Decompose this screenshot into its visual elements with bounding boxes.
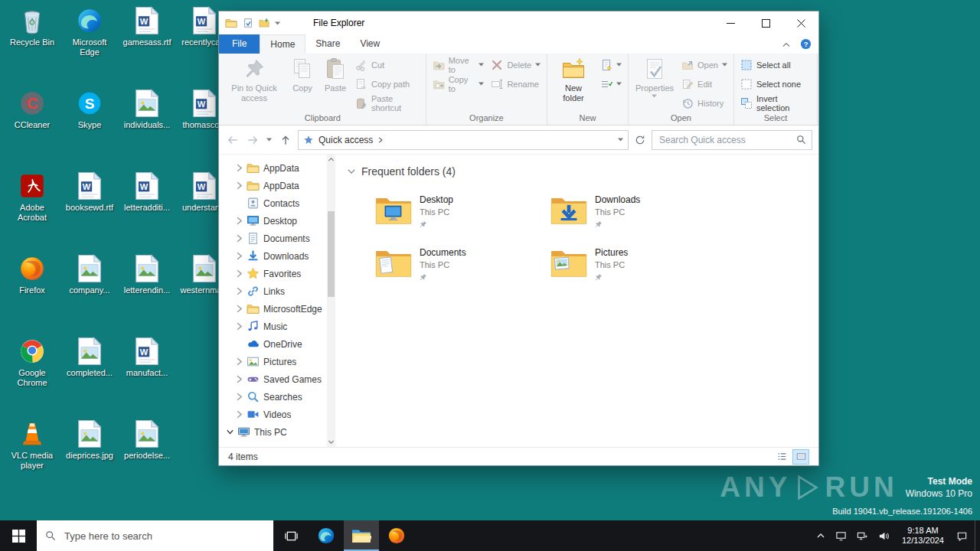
- back-button[interactable]: [225, 132, 240, 148]
- desktop-icon-letteradditi[interactable]: Wletteradditi...: [119, 171, 175, 213]
- qat-customize-button[interactable]: [275, 21, 280, 25]
- show-desktop-button[interactable]: [975, 520, 980, 551]
- chevron-right-icon[interactable]: [236, 305, 243, 313]
- sidebar-item-music[interactable]: Music: [219, 318, 327, 335]
- copy-to-button[interactable]: Copy to: [430, 76, 488, 92]
- desktop-icon-google-chrome[interactable]: Google Chrome: [5, 337, 60, 388]
- taskbar-edge-button[interactable]: [309, 520, 344, 551]
- sidebar-item-appdata[interactable]: AppData: [219, 159, 327, 177]
- chevron-right-icon[interactable]: [236, 357, 243, 366]
- scroll-down-icon[interactable]: [328, 439, 335, 445]
- desktop-icon-gamesass-rtf[interactable]: Wgamesass.rtf: [119, 6, 175, 47]
- sidebar-item-saved-games[interactable]: Saved Games: [219, 370, 327, 388]
- desktop-icon-adobe-acrobat[interactable]: Adobe Acrobat: [5, 171, 60, 223]
- chevron-right-icon[interactable]: [236, 181, 243, 190]
- chevron-right-icon[interactable]: [236, 252, 243, 260]
- sidebar-item-links[interactable]: Links: [219, 282, 327, 300]
- qat-new-folder-button[interactable]: [259, 18, 270, 28]
- paste-button[interactable]: Paste: [319, 54, 351, 95]
- taskbar-file-explorer-button[interactable]: [344, 520, 379, 551]
- sidebar-item-pictures[interactable]: Pictures: [219, 353, 327, 370]
- desktop-icon-microsoft-edge[interactable]: Microsoft Edge: [62, 6, 117, 57]
- chevron-right-icon[interactable]: [236, 322, 243, 331]
- folder-tile-downloads[interactable]: DownloadsThis PC: [547, 191, 723, 242]
- desktop-icon-periodelse[interactable]: periodelse...: [119, 419, 175, 461]
- chevron-right-icon[interactable]: [236, 164, 243, 172]
- volume-tray-icon[interactable]: [878, 530, 890, 542]
- folder-tile-pictures[interactable]: PicturesThis PC: [547, 244, 723, 295]
- desktop-icon-vlc-media-player[interactable]: VLC media player: [5, 419, 60, 471]
- display-tray-icon[interactable]: [835, 530, 847, 542]
- sidebar-item-searches[interactable]: Searches: [219, 388, 327, 406]
- task-view-button[interactable]: [273, 520, 309, 551]
- copy-path-button[interactable]: Copy path: [352, 76, 423, 92]
- folder-tile-documents[interactable]: DocumentsThis PC: [372, 244, 547, 295]
- chevron-right-icon[interactable]: [236, 393, 243, 401]
- tab-share[interactable]: Share: [305, 34, 350, 54]
- details-view-button[interactable]: [773, 449, 790, 465]
- invert-selection-button[interactable]: Invert selection: [737, 95, 814, 111]
- chevron-right-icon[interactable]: [236, 234, 243, 243]
- sidebar-item-appdata[interactable]: AppData: [219, 177, 327, 194]
- scrollbar-thumb[interactable]: [328, 211, 335, 297]
- copy-button[interactable]: Copy: [286, 54, 318, 95]
- desktop-icon-company[interactable]: company...: [62, 254, 117, 295]
- pin-to-quick-access-button[interactable]: Pin to Quick access: [223, 54, 286, 105]
- delete-button[interactable]: Delete: [488, 57, 544, 73]
- forward-button[interactable]: [245, 132, 260, 148]
- history-button[interactable]: History: [678, 95, 730, 111]
- taskbar-clock[interactable]: 9:18 AM 12/13/2024: [900, 526, 946, 546]
- sidebar-scrollbar[interactable]: [327, 155, 335, 447]
- up-button[interactable]: [278, 132, 293, 148]
- scroll-up-icon[interactable]: [328, 156, 335, 163]
- network-tray-icon[interactable]: [857, 530, 868, 542]
- desktop-icon-skype[interactable]: SSkype: [62, 89, 117, 130]
- tab-home[interactable]: Home: [260, 34, 305, 54]
- folder-tile-desktop[interactable]: DesktopThis PC: [372, 191, 547, 242]
- desktop-icon-individuals[interactable]: individuals...: [119, 89, 175, 130]
- taskbar-search-input[interactable]: [63, 530, 265, 543]
- search-input[interactable]: [658, 134, 793, 146]
- edit-button[interactable]: Edit: [678, 76, 730, 92]
- titlebar[interactable]: File Explorer: [219, 11, 818, 34]
- chevron-right-icon[interactable]: [236, 287, 243, 295]
- qat-properties-button[interactable]: [243, 18, 253, 28]
- desktop-icon-ccleaner[interactable]: CCCleaner: [5, 89, 60, 130]
- sidebar-item-onedrive[interactable]: OneDrive: [219, 335, 327, 353]
- rename-button[interactable]: Rename: [488, 76, 544, 92]
- sidebar-item-microsoftedge[interactable]: MicrosoftEdge: [219, 300, 327, 318]
- breadcrumb-location[interactable]: Quick access: [318, 135, 373, 145]
- action-center-button[interactable]: [956, 530, 968, 542]
- breadcrumb-chevron-icon[interactable]: [377, 137, 384, 143]
- minimize-button[interactable]: [713, 11, 748, 34]
- cut-button[interactable]: Cut: [352, 57, 423, 73]
- help-button[interactable]: ?: [800, 38, 812, 50]
- paste-shortcut-button[interactable]: Paste shortcut: [352, 95, 423, 111]
- desktop-icon-recycle-bin[interactable]: Recycle Bin: [5, 6, 60, 47]
- sidebar-item-favorites[interactable]: Favorites: [219, 265, 327, 282]
- frequent-folders-header[interactable]: Frequent folders (4): [346, 161, 811, 181]
- maximize-button[interactable]: [748, 11, 783, 34]
- sidebar-item-this-pc[interactable]: This PC: [219, 423, 327, 441]
- sidebar-item-documents[interactable]: Documents: [219, 230, 327, 247]
- sidebar-item-videos[interactable]: Videos: [219, 406, 327, 423]
- collapse-section-icon[interactable]: [348, 168, 355, 175]
- select-all-button[interactable]: Select all: [737, 57, 814, 73]
- desktop-icon-completed[interactable]: completed...: [62, 337, 117, 378]
- open-button[interactable]: Open: [678, 57, 730, 73]
- sidebar-item-downloads[interactable]: Downloads: [219, 247, 327, 265]
- taskbar-search[interactable]: [37, 520, 273, 551]
- move-to-button[interactable]: Move to: [430, 57, 488, 73]
- chevron-down-icon[interactable]: [227, 428, 234, 436]
- address-dropdown-button[interactable]: [618, 138, 623, 142]
- chevron-right-icon[interactable]: [236, 217, 243, 225]
- recent-locations-button[interactable]: [265, 136, 273, 143]
- desktop-icon-letterendin[interactable]: letterendin...: [119, 254, 175, 295]
- select-none-button[interactable]: Select none: [737, 76, 814, 92]
- properties-button[interactable]: Properties: [632, 54, 678, 99]
- sidebar-item-contacts[interactable]: Contacts: [219, 194, 327, 212]
- close-button[interactable]: [783, 11, 818, 34]
- chevron-right-icon[interactable]: [236, 410, 243, 419]
- minimize-ribbon-button[interactable]: [782, 40, 791, 49]
- hidden-icons-button[interactable]: [816, 531, 825, 540]
